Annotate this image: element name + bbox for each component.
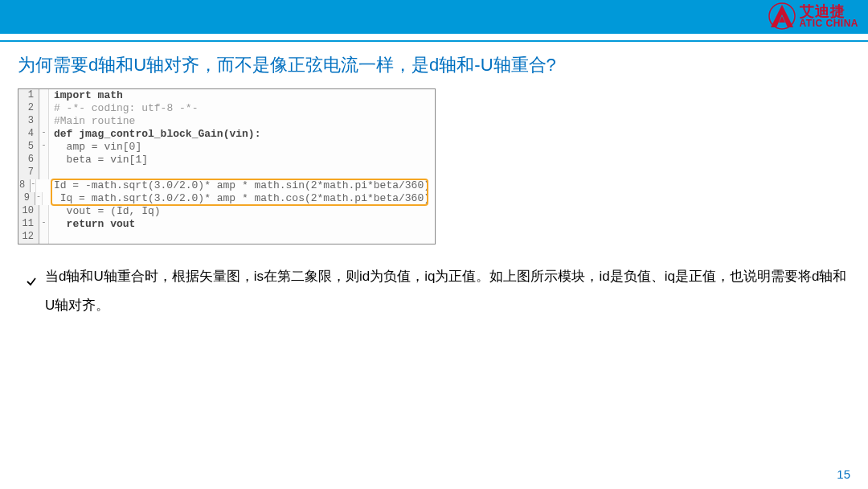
line-number: 7: [18, 166, 39, 179]
fold-marker: [39, 102, 49, 115]
line-number: 3: [18, 115, 39, 128]
line-number: 10: [18, 205, 39, 218]
line-number: 9: [18, 192, 35, 205]
fold-marker: [39, 115, 49, 128]
line-number: 12: [18, 231, 39, 244]
code-text: vout = (Id, Iq): [49, 205, 435, 218]
bullet-item: 当d轴和U轴重合时，根据矢量图，is在第二象限，则id为负值，iq为正值。如上图…: [26, 262, 850, 319]
bullet-section: 当d轴和U轴重合时，根据矢量图，is在第二象限，则id为负值，iq为正值。如上图…: [18, 262, 850, 319]
content: 为何需要d轴和U轴对齐，而不是像正弦电流一样，是d轴和-U轴重合? 1impor…: [0, 42, 868, 319]
fold-marker: [39, 166, 49, 179]
fold-marker: [39, 154, 49, 166]
code-text: Iq = math.sqrt(3.0/2.0)* amp * math.cos(…: [43, 192, 435, 205]
line-number: 4: [18, 128, 39, 141]
check-icon: [26, 269, 37, 298]
line-number: 8: [18, 179, 31, 192]
fold-marker: [39, 231, 49, 244]
code-line: 12: [18, 231, 435, 244]
code-line: 10 vout = (Id, Iq): [18, 205, 435, 218]
code-line: 1import math: [18, 89, 435, 102]
fold-marker: [39, 205, 49, 218]
code-line: 3#Main routine: [18, 115, 435, 128]
code-line: 6 beta = vin[1]: [18, 154, 435, 166]
code-text: [49, 166, 435, 179]
line-number: 6: [18, 154, 39, 166]
line-number: 11: [18, 218, 39, 231]
logo-text: 艾迪捷 ATIC CHINA: [800, 4, 858, 28]
code-line: 9- Iq = math.sqrt(3.0/2.0)* amp * math.c…: [18, 192, 435, 205]
code-text: amp = vin[0]: [49, 141, 435, 154]
fold-marker: -: [39, 141, 49, 154]
code-text: def jmag_control_block_Gain(vin):: [49, 128, 435, 141]
code-text: [49, 231, 435, 244]
page-number: 15: [837, 467, 850, 481]
line-number: 2: [18, 102, 39, 115]
code-text: # -*- coding: utf-8 -*-: [49, 102, 435, 115]
code-text: beta = vin[1]: [49, 154, 435, 166]
code-line: 11- return vout: [18, 218, 435, 231]
logo: 艾迪捷 ATIC CHINA: [768, 2, 858, 31]
code-block: 1import math2# -*- coding: utf-8 -*-3#Ma…: [18, 88, 436, 244]
code-text: Id = -math.sqrt(3.0/2.0)* amp * math.sin…: [36, 179, 435, 192]
fold-marker: -: [39, 218, 49, 231]
fold-marker: -: [39, 128, 49, 141]
slide-title: 为何需要d轴和U轴对齐，而不是像正弦电流一样，是d轴和-U轴重合?: [18, 53, 850, 77]
fold-marker: -: [31, 179, 36, 192]
line-number: 1: [18, 89, 39, 102]
line-number: 5: [18, 141, 39, 154]
header-bar: 艾迪捷 ATIC CHINA: [0, 0, 868, 34]
fold-marker: [39, 89, 49, 102]
code-line: 7: [18, 166, 435, 179]
code-line: 8- Id = -math.sqrt(3.0/2.0)* amp * math.…: [18, 179, 435, 192]
bullet-text: 当d轴和U轴重合时，根据矢量图，is在第二象限，则id为负值，iq为正值。如上图…: [45, 262, 850, 319]
code-text: return vout: [49, 218, 435, 231]
code-text: #Main routine: [49, 115, 435, 128]
code-line: 2# -*- coding: utf-8 -*-: [18, 102, 435, 115]
logo-cn: 艾迪捷: [800, 4, 858, 18]
logo-icon: [768, 2, 796, 31]
code-line: 4-def jmag_control_block_Gain(vin):: [18, 128, 435, 141]
fold-marker: -: [35, 192, 43, 205]
code-line: 5- amp = vin[0]: [18, 141, 435, 154]
logo-en: ATIC CHINA: [800, 18, 858, 28]
code-text: import math: [49, 89, 435, 102]
